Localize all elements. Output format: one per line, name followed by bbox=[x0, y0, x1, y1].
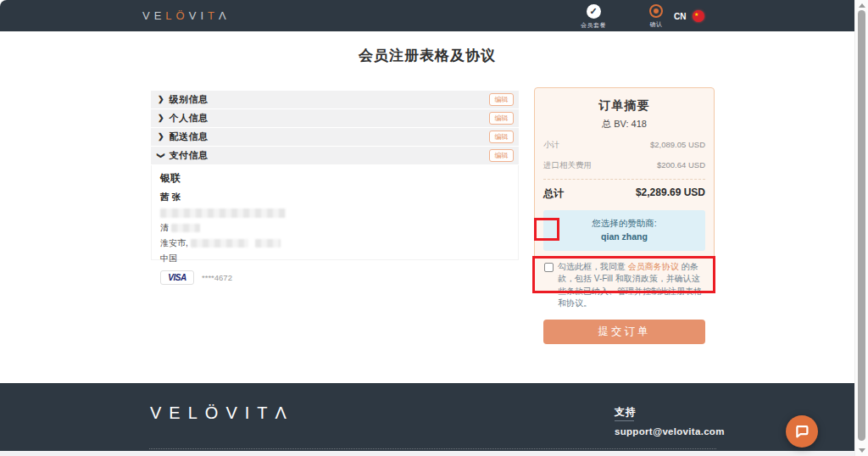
redacted-text bbox=[191, 239, 248, 247]
logo-letter: L bbox=[165, 9, 175, 22]
total-value: $2,289.69 USD bbox=[636, 186, 705, 201]
total-label: 总计 bbox=[543, 186, 564, 201]
logo-letter: Λ bbox=[275, 403, 294, 422]
section-personal-info[interactable]: ❯ 个人信息 编辑 bbox=[151, 109, 519, 127]
agreement-checkbox[interactable] bbox=[544, 263, 554, 272]
logo-letter: L bbox=[188, 403, 205, 422]
logo-letter: V bbox=[142, 9, 154, 22]
subtotal-label: 小计 bbox=[543, 140, 559, 151]
section-payment-info[interactable]: ❯ 支付信息 编辑 bbox=[151, 147, 519, 164]
district-prefix: 清 bbox=[160, 222, 169, 234]
page-bottom-strip bbox=[0, 451, 854, 456]
chevron-right-icon: ❯ bbox=[158, 133, 164, 141]
logo-letter: E bbox=[169, 403, 187, 422]
step-label: 会员套餐 bbox=[570, 21, 617, 30]
logo-letter: V bbox=[225, 403, 244, 422]
chevron-right-icon: ❯ bbox=[158, 114, 164, 122]
support-heading: 支持 bbox=[615, 405, 637, 420]
radio-selected-icon bbox=[649, 4, 663, 18]
redacted-text bbox=[171, 224, 200, 232]
chat-widget-button[interactable] bbox=[786, 415, 818, 448]
summary-divider bbox=[543, 179, 705, 180]
footer: VELÖVITΛ 支持 support@velovita.com bbox=[0, 383, 854, 451]
edit-button-level[interactable]: 编辑 bbox=[489, 93, 514, 106]
total-bv: 总 BV: 418 bbox=[543, 118, 705, 131]
subtotal-value: $2,089.05 USD bbox=[650, 140, 705, 151]
edit-button-payment[interactable]: 编辑 bbox=[489, 149, 514, 162]
import-fees-value: $200.64 USD bbox=[657, 160, 705, 171]
step-member-package[interactable]: ✓ 会员套餐 bbox=[570, 4, 617, 30]
logo-letter: E bbox=[154, 9, 166, 22]
submit-order-button[interactable]: 提交订单 bbox=[543, 320, 705, 344]
logo-letter: I bbox=[245, 403, 258, 422]
redacted-address-line bbox=[160, 209, 286, 218]
logo-o-mark-icon: Ö bbox=[205, 403, 226, 422]
language-code[interactable]: CN bbox=[674, 12, 686, 21]
chevron-down-icon: ❯ bbox=[157, 153, 164, 159]
check-icon: ✓ bbox=[587, 4, 601, 19]
chat-bubble-icon bbox=[794, 424, 810, 439]
scrollbar-thumb[interactable] bbox=[858, 10, 865, 441]
top-navbar: VELÖVITΛ ✓ 会员套餐 确认 CN ★ bbox=[0, 0, 854, 31]
card-row: VISA ****4672 bbox=[160, 270, 509, 285]
address-country: 中国 bbox=[160, 253, 509, 264]
import-fees-row: 进口相关费用 $200.64 USD bbox=[543, 160, 705, 171]
logo-letter: T bbox=[257, 403, 275, 422]
visa-card-icon: VISA bbox=[160, 270, 194, 285]
card-last4: ****4672 bbox=[202, 273, 232, 282]
support-email-link[interactable]: support@velovita.com bbox=[615, 426, 725, 437]
logo-letter: T bbox=[208, 9, 219, 22]
agreement-pre: 勾选此框，我同意 bbox=[558, 262, 628, 271]
cardholder-name: 茜 张 bbox=[160, 192, 509, 203]
agreement-row: 勾选此框，我同意 会员商务协议 的条款，包括 V-Fill 和取消政策，并确认这… bbox=[543, 261, 705, 310]
chevron-right-icon: ❯ bbox=[158, 96, 164, 103]
section-label: 个人信息 bbox=[170, 112, 209, 125]
total-row: 总计 $2,289.69 USD bbox=[543, 186, 705, 201]
order-summary-panel: 订单摘要 总 BV: 418 小计 $2,089.05 USD 进口相关费用 $… bbox=[534, 87, 715, 293]
logo-letter: I bbox=[200, 9, 208, 22]
edit-button-personal[interactable]: 编辑 bbox=[489, 112, 514, 125]
payment-details-panel: 银联 茜 张 清 淮安市, 中国 VISA ****4672 bbox=[151, 165, 519, 260]
section-label: 级别信息 bbox=[170, 93, 209, 106]
step-label: 确认 bbox=[632, 20, 680, 29]
logo-letter: V bbox=[150, 403, 169, 422]
section-label: 配送信息 bbox=[170, 131, 209, 143]
footer-divider bbox=[149, 448, 716, 449]
section-shipping-info[interactable]: ❯ 配送信息 编辑 bbox=[151, 128, 519, 146]
step-confirm[interactable]: 确认 bbox=[632, 4, 680, 29]
sponsor-name: qian zhang bbox=[547, 231, 702, 244]
summary-title: 订单摘要 bbox=[543, 98, 705, 114]
edit-button-shipping[interactable]: 编辑 bbox=[489, 131, 514, 143]
redacted-text bbox=[255, 239, 281, 247]
agreement-text: 勾选此框，我同意 会员商务协议 的条款，包括 V-Fill 和取消政策，并确认这… bbox=[558, 261, 705, 310]
page-title: 会员注册表格及协议 bbox=[0, 46, 854, 65]
support-underline bbox=[615, 420, 634, 421]
payment-method: 银联 bbox=[160, 171, 509, 186]
logo-letter: Λ bbox=[219, 9, 231, 22]
member-agreement-link[interactable]: 会员商务协议 bbox=[628, 262, 679, 271]
scrollbar[interactable] bbox=[854, 0, 868, 456]
china-flag-icon[interactable]: ★ bbox=[693, 10, 704, 22]
velovita-logo: VELÖVITΛ bbox=[142, 9, 231, 22]
section-level-info[interactable]: ❯ 级别信息 编辑 bbox=[151, 91, 519, 108]
address-city-line: 淮安市, bbox=[160, 237, 509, 249]
checkout-page: VELÖVITΛ ✓ 会员套餐 确认 CN ★ 会员注册表格及协议 ❯ 级别信息… bbox=[0, 0, 868, 456]
sponsor-heading: 您选择的赞助商: bbox=[547, 217, 702, 231]
import-fees-label: 进口相关费用 bbox=[543, 160, 592, 171]
velovita-footer-logo: VELÖVITΛ bbox=[150, 403, 294, 423]
country-label: 中国 bbox=[160, 253, 177, 264]
scroll-up-arrow-icon[interactable] bbox=[859, 3, 865, 8]
scroll-down-arrow-icon[interactable] bbox=[859, 448, 865, 453]
sponsor-box: 您选择的赞助商: qian zhang bbox=[543, 210, 705, 251]
address-district-line: 清 bbox=[160, 222, 509, 234]
logo-letter: V bbox=[189, 9, 201, 22]
section-label: 支付信息 bbox=[170, 149, 209, 162]
logo-o-mark-icon: Ö bbox=[176, 9, 189, 22]
subtotal-row: 小计 $2,089.05 USD bbox=[543, 140, 705, 151]
city-prefix: 淮安市, bbox=[160, 237, 188, 249]
registration-accordion: ❯ 级别信息 编辑 ❯ 个人信息 编辑 ❯ 配送信息 编辑 ❯ 支付信息 编辑 … bbox=[151, 91, 519, 260]
